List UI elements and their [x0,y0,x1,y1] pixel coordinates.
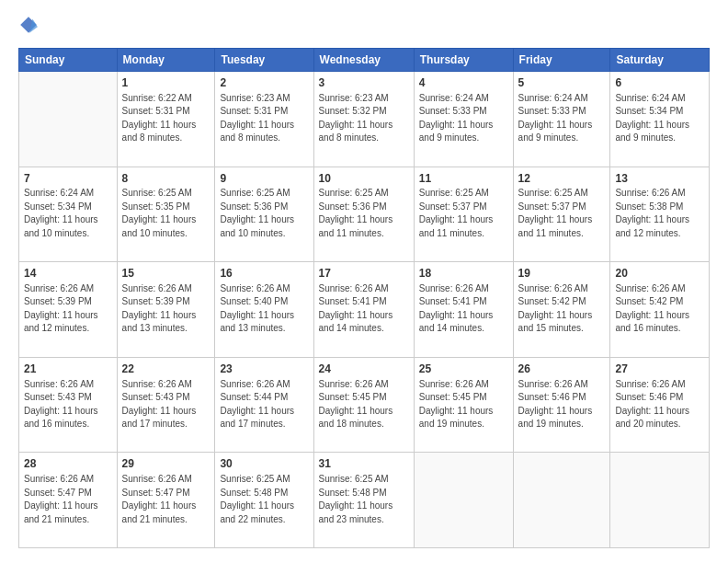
weekday-header-sunday: Sunday [19,49,118,72]
weekday-header-thursday: Thursday [414,49,513,72]
cell-info: Sunrise: 6:26 AMSunset: 5:39 PMDaylight:… [122,282,210,336]
cell-info: Sunrise: 6:26 AMSunset: 5:43 PMDaylight:… [122,378,210,431]
day-number: 1 [122,75,210,91]
cell-info: Sunrise: 6:25 AMSunset: 5:35 PMDaylight:… [122,187,210,240]
cell-info: Sunrise: 6:26 AMSunset: 5:42 PMDaylight:… [518,282,606,336]
calendar-cell [610,453,710,548]
day-number: 25 [419,362,508,377]
weekday-header-friday: Friday [513,49,610,72]
logo-icon [18,15,39,35]
calendar-week-4: 21Sunrise: 6:26 AMSunset: 5:43 PMDayligh… [19,357,710,453]
cell-info: Sunrise: 6:22 AMSunset: 5:31 PMDaylight:… [122,92,210,145]
calendar-cell: 23Sunrise: 6:26 AMSunset: 5:44 PMDayligh… [215,357,313,453]
day-number: 17 [319,266,409,282]
day-number: 28 [24,456,112,472]
calendar-cell: 25Sunrise: 6:26 AMSunset: 5:45 PMDayligh… [414,357,513,453]
day-number: 5 [518,75,606,91]
cell-info: Sunrise: 6:25 AMSunset: 5:48 PMDaylight:… [319,473,409,526]
cell-info: Sunrise: 6:23 AMSunset: 5:31 PMDaylight:… [220,92,308,145]
day-number: 15 [122,266,210,282]
cell-info: Sunrise: 6:24 AMSunset: 5:34 PMDaylight:… [615,92,704,145]
weekday-header-wednesday: Wednesday [313,49,414,72]
day-number: 3 [319,75,409,91]
cell-info: Sunrise: 6:26 AMSunset: 5:39 PMDaylight:… [24,282,112,336]
day-number: 7 [24,171,112,187]
cell-info: Sunrise: 6:25 AMSunset: 5:48 PMDaylight:… [220,473,308,526]
day-number: 31 [319,456,409,472]
cell-info: Sunrise: 6:26 AMSunset: 5:44 PMDaylight:… [220,378,308,431]
cell-info: Sunrise: 6:26 AMSunset: 5:45 PMDaylight:… [319,378,409,431]
day-number: 16 [220,266,308,282]
calendar-cell [414,453,513,548]
cell-info: Sunrise: 6:25 AMSunset: 5:36 PMDaylight:… [319,187,409,240]
calendar-cell [19,72,118,167]
calendar-cell [513,453,610,548]
calendar-cell: 26Sunrise: 6:26 AMSunset: 5:46 PMDayligh… [513,357,610,453]
cell-info: Sunrise: 6:26 AMSunset: 5:40 PMDaylight:… [220,282,308,336]
cell-info: Sunrise: 6:26 AMSunset: 5:47 PMDaylight:… [122,473,210,526]
cell-info: Sunrise: 6:26 AMSunset: 5:42 PMDaylight:… [615,282,704,336]
calendar-cell: 14Sunrise: 6:26 AMSunset: 5:39 PMDayligh… [19,262,118,358]
weekday-row: SundayMondayTuesdayWednesdayThursdayFrid… [19,49,710,72]
weekday-header-saturday: Saturday [610,49,710,72]
day-number: 27 [615,362,704,377]
calendar-cell: 12Sunrise: 6:25 AMSunset: 5:37 PMDayligh… [513,167,610,262]
calendar-cell: 19Sunrise: 6:26 AMSunset: 5:42 PMDayligh… [513,262,610,358]
day-number: 10 [319,171,409,187]
calendar-cell: 15Sunrise: 6:26 AMSunset: 5:39 PMDayligh… [117,262,215,358]
page: SundayMondayTuesdayWednesdayThursdayFrid… [0,0,728,563]
calendar-cell: 30Sunrise: 6:25 AMSunset: 5:48 PMDayligh… [215,453,313,548]
cell-info: Sunrise: 6:26 AMSunset: 5:41 PMDaylight:… [319,282,409,336]
header [18,15,710,39]
day-number: 21 [24,362,112,377]
calendar-cell: 31Sunrise: 6:25 AMSunset: 5:48 PMDayligh… [313,453,414,548]
cell-info: Sunrise: 6:26 AMSunset: 5:45 PMDaylight:… [419,378,508,431]
calendar-cell: 3Sunrise: 6:23 AMSunset: 5:32 PMDaylight… [313,72,414,167]
weekday-header-monday: Monday [117,49,215,72]
cell-info: Sunrise: 6:24 AMSunset: 5:33 PMDaylight:… [419,92,508,145]
day-number: 19 [518,266,606,282]
calendar-cell: 27Sunrise: 6:26 AMSunset: 5:46 PMDayligh… [610,357,710,453]
cell-info: Sunrise: 6:25 AMSunset: 5:36 PMDaylight:… [220,187,308,240]
calendar-body: 1Sunrise: 6:22 AMSunset: 5:31 PMDaylight… [19,72,710,548]
cell-info: Sunrise: 6:24 AMSunset: 5:34 PMDaylight:… [24,187,112,240]
weekday-header-tuesday: Tuesday [215,49,313,72]
day-number: 24 [319,362,409,377]
calendar-cell: 29Sunrise: 6:26 AMSunset: 5:47 PMDayligh… [117,453,215,548]
cell-info: Sunrise: 6:26 AMSunset: 5:46 PMDaylight:… [518,378,606,431]
calendar-cell: 13Sunrise: 6:26 AMSunset: 5:38 PMDayligh… [610,167,710,262]
day-number: 4 [419,75,508,91]
calendar-cell: 5Sunrise: 6:24 AMSunset: 5:33 PMDaylight… [513,72,610,167]
calendar-cell: 20Sunrise: 6:26 AMSunset: 5:42 PMDayligh… [610,262,710,358]
day-number: 8 [122,171,210,187]
calendar-cell: 9Sunrise: 6:25 AMSunset: 5:36 PMDaylight… [215,167,313,262]
calendar-cell: 18Sunrise: 6:26 AMSunset: 5:41 PMDayligh… [414,262,513,358]
cell-info: Sunrise: 6:23 AMSunset: 5:32 PMDaylight:… [319,92,409,145]
calendar-cell: 22Sunrise: 6:26 AMSunset: 5:43 PMDayligh… [117,357,215,453]
calendar-cell: 6Sunrise: 6:24 AMSunset: 5:34 PMDaylight… [610,72,710,167]
cell-info: Sunrise: 6:26 AMSunset: 5:47 PMDaylight:… [24,473,112,526]
calendar-cell: 17Sunrise: 6:26 AMSunset: 5:41 PMDayligh… [313,262,414,358]
calendar-cell: 7Sunrise: 6:24 AMSunset: 5:34 PMDaylight… [19,167,118,262]
day-number: 26 [518,362,606,377]
day-number: 20 [615,266,704,282]
calendar-cell: 16Sunrise: 6:26 AMSunset: 5:40 PMDayligh… [215,262,313,358]
logo [18,15,42,39]
cell-info: Sunrise: 6:25 AMSunset: 5:37 PMDaylight:… [419,187,508,240]
cell-info: Sunrise: 6:26 AMSunset: 5:43 PMDaylight:… [24,378,112,431]
calendar-table: SundayMondayTuesdayWednesdayThursdayFrid… [18,48,710,548]
cell-info: Sunrise: 6:26 AMSunset: 5:46 PMDaylight:… [615,378,704,431]
calendar-week-3: 14Sunrise: 6:26 AMSunset: 5:39 PMDayligh… [19,262,710,358]
day-number: 14 [24,266,112,282]
day-number: 9 [220,171,308,187]
day-number: 11 [419,171,508,187]
calendar-header: SundayMondayTuesdayWednesdayThursdayFrid… [19,49,710,72]
calendar-cell: 4Sunrise: 6:24 AMSunset: 5:33 PMDaylight… [414,72,513,167]
day-number: 23 [220,362,308,377]
calendar-cell: 2Sunrise: 6:23 AMSunset: 5:31 PMDaylight… [215,72,313,167]
calendar-cell: 10Sunrise: 6:25 AMSunset: 5:36 PMDayligh… [313,167,414,262]
day-number: 22 [122,362,210,377]
calendar-cell: 11Sunrise: 6:25 AMSunset: 5:37 PMDayligh… [414,167,513,262]
day-number: 29 [122,456,210,472]
cell-info: Sunrise: 6:25 AMSunset: 5:37 PMDaylight:… [518,187,606,240]
